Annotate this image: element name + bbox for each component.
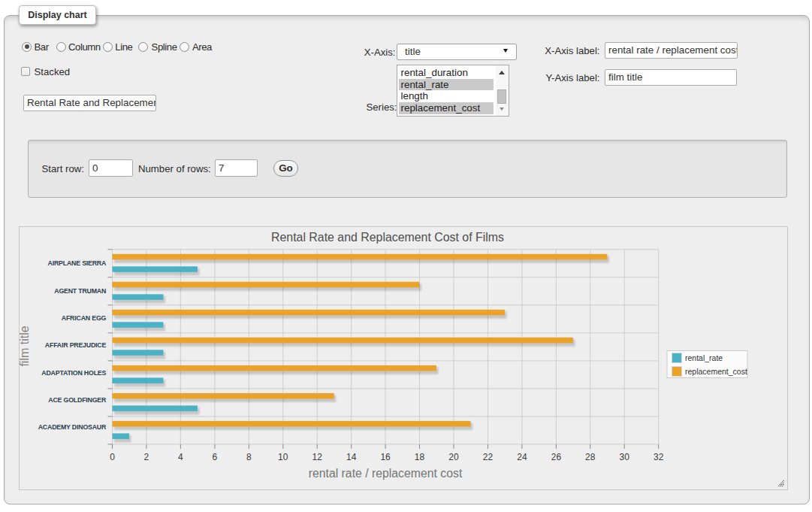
svg-text:32: 32 xyxy=(654,451,664,462)
svg-text:6: 6 xyxy=(213,451,218,462)
svg-text:2: 2 xyxy=(144,451,149,462)
svg-text:AFFAIR PREJUDICE: AFFAIR PREJUDICE xyxy=(45,341,107,349)
svg-text:rental rate / replacement cost: rental rate / replacement cost xyxy=(309,467,463,480)
svg-text:Rental Rate and Replacement Co: Rental Rate and Replacement Cost of Film… xyxy=(271,231,504,244)
svg-text:28: 28 xyxy=(585,451,596,462)
svg-text:ACE GOLDFINGER: ACE GOLDFINGER xyxy=(48,395,107,403)
svg-text:16: 16 xyxy=(380,451,391,462)
svg-text:AFRICAN EGG: AFRICAN EGG xyxy=(62,314,107,321)
svg-text:ADAPTATION HOLES: ADAPTATION HOLES xyxy=(41,368,106,376)
svg-text:20: 20 xyxy=(448,451,459,462)
svg-text:12: 12 xyxy=(312,451,323,462)
svg-text:18: 18 xyxy=(415,451,425,462)
svg-text:AIRPLANE SIERRA: AIRPLANE SIERRA xyxy=(48,259,107,267)
svg-text:AGENT TRUMAN: AGENT TRUMAN xyxy=(54,286,106,294)
svg-text:0: 0 xyxy=(110,451,115,462)
svg-text:22: 22 xyxy=(483,451,494,462)
svg-text:film title: film title xyxy=(19,326,31,366)
svg-text:ACADEMY DINOSAUR: ACADEMY DINOSAUR xyxy=(38,423,107,431)
svg-text:24: 24 xyxy=(517,451,527,462)
svg-text:rental_rate: rental_rate xyxy=(685,353,723,362)
svg-text:30: 30 xyxy=(620,451,630,462)
svg-text:14: 14 xyxy=(346,451,357,462)
svg-text:8: 8 xyxy=(246,451,252,462)
svg-text:replacement_cost: replacement_cost xyxy=(685,366,747,375)
svg-text:26: 26 xyxy=(551,451,562,462)
svg-text:4: 4 xyxy=(178,451,183,462)
svg-text:10: 10 xyxy=(278,451,288,462)
